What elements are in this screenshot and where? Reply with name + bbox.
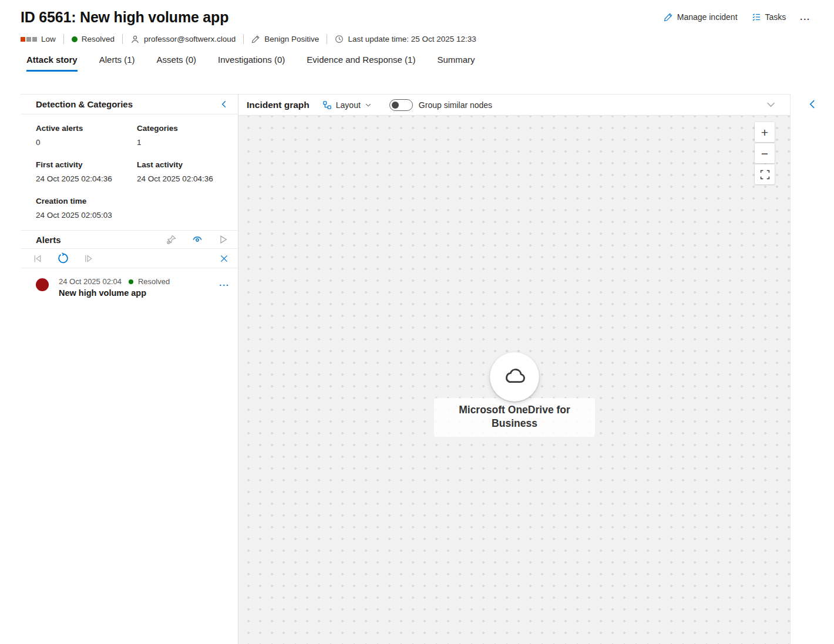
right-collapse-strip — [791, 94, 834, 644]
severity-label: Low — [41, 35, 56, 43]
chevron-down-icon — [365, 102, 372, 109]
alert-list-item[interactable]: 24 Oct 2025 02:04 Resolved New high volu… — [21, 268, 238, 298]
classification-chip[interactable]: Benign Positive — [251, 35, 319, 43]
severity-chip: Low — [21, 35, 56, 43]
alerts-title: Alerts — [36, 235, 166, 245]
graph-node-onedrive[interactable] — [490, 352, 539, 402]
group-similar-nodes-toggle[interactable] — [389, 99, 413, 111]
incident-graph-canvas[interactable]: + − Microsoft OneDrive for Business — [238, 116, 790, 644]
close-icon[interactable] — [220, 254, 228, 263]
divider — [327, 34, 327, 44]
manage-incident-button[interactable]: Manage incident — [664, 12, 738, 22]
status-label: Resolved — [82, 35, 115, 43]
last-update-label: Last update time: 25 Oct 2025 12:33 — [348, 35, 476, 43]
zoom-in-button[interactable]: + — [755, 122, 775, 142]
last-update-chip: Last update time: 25 Oct 2025 12:33 — [335, 35, 476, 43]
status-chip: Resolved — [72, 35, 115, 43]
owner-chip[interactable]: professor@softwerx.cloud — [130, 35, 236, 44]
field-first-activity: First activity 24 Oct 2025 02:04:36 — [36, 160, 137, 183]
graph-node-label: Microsoft OneDrive for Business — [434, 398, 595, 437]
incident-graph-panel: Incident graph Layout Group similar node… — [238, 94, 791, 644]
tab-evidence-response[interactable]: Evidence and Response (1) — [307, 55, 415, 72]
resolved-dot-icon — [129, 279, 133, 284]
cloud-icon — [501, 363, 528, 390]
tab-summary[interactable]: Summary — [437, 55, 475, 72]
layout-label: Layout — [336, 100, 361, 110]
owner-label: professor@softwerx.cloud — [144, 35, 236, 43]
page-title: ID 6561: New high volume app — [21, 9, 228, 26]
pencil-icon — [664, 12, 673, 22]
alert-time: 24 Oct 2025 02:04 — [59, 277, 122, 286]
tab-assets[interactable]: Assets (0) — [157, 55, 197, 72]
divider — [63, 34, 64, 44]
step-forward-icon[interactable] — [83, 253, 94, 264]
graph-header-chevron-down-icon[interactable] — [766, 100, 776, 110]
field-categories: Categories 1 — [137, 124, 232, 147]
zoom-out-button[interactable]: − — [755, 143, 775, 163]
alerts-section-header: Alerts — [21, 231, 238, 249]
field-last-activity: Last activity 24 Oct 2025 02:04:36 — [137, 160, 232, 183]
incident-graph-title: Incident graph — [247, 100, 310, 110]
classification-label: Benign Positive — [264, 35, 319, 43]
refresh-icon[interactable] — [57, 252, 69, 265]
detection-fields: Active alerts 0 Categories 1 First activ… — [21, 114, 238, 231]
resolved-dot-icon — [72, 36, 78, 42]
group-similar-nodes-label: Group similar nodes — [419, 100, 492, 110]
tab-attack-story[interactable]: Attack story — [26, 55, 78, 72]
checklist-icon — [752, 12, 761, 22]
collapse-panel-chevron-left-icon[interactable] — [220, 100, 228, 109]
divider — [122, 34, 123, 44]
tab-alerts[interactable]: Alerts (1) — [99, 55, 135, 72]
pencil-icon — [251, 35, 260, 43]
divider — [243, 34, 244, 44]
incident-tabs: Attack story Alerts (1) Assets (0) Inves… — [0, 44, 834, 72]
severity-indicator-icon — [21, 37, 37, 42]
alert-more-button[interactable]: ... — [219, 278, 230, 288]
unpin-icon[interactable] — [166, 234, 177, 245]
alert-status: Resolved — [138, 277, 170, 286]
detection-panel-title: Detection & Categories — [36, 99, 133, 109]
incident-header: ID 6561: New high volume app Manage inci… — [0, 0, 834, 26]
layout-dropdown[interactable]: Layout — [322, 100, 372, 110]
collapse-graph-chevron-left-icon[interactable] — [808, 99, 818, 109]
detection-panel: Detection & Categories Active alerts 0 C… — [21, 94, 238, 644]
field-active-alerts: Active alerts 0 — [36, 124, 137, 147]
tab-investigations[interactable]: Investigations (0) — [218, 55, 285, 72]
eye-watch-icon[interactable] — [191, 234, 203, 245]
incident-graph-header: Incident graph Layout Group similar node… — [238, 95, 790, 116]
play-icon[interactable] — [218, 234, 228, 245]
person-icon — [130, 35, 140, 44]
header-more-button[interactable]: ... — [800, 13, 811, 21]
alerts-toolbar — [21, 249, 238, 268]
step-back-icon[interactable] — [32, 253, 43, 264]
incident-meta-row: Low Resolved professor@softwerx.cloud Be… — [0, 26, 834, 44]
tasks-button[interactable]: Tasks — [752, 12, 786, 22]
alert-title: New high volume app — [59, 288, 219, 298]
alert-severity-circle-icon — [36, 278, 49, 291]
graph-zoom-controls: + − — [755, 122, 775, 184]
tasks-label: Tasks — [765, 12, 786, 22]
fit-to-screen-icon — [760, 170, 770, 180]
flowchart-icon — [322, 100, 332, 110]
field-creation-time: Creation time 24 Oct 2025 02:05:03 — [36, 197, 137, 220]
clock-icon — [335, 35, 344, 43]
header-actions: Manage incident Tasks ... — [664, 12, 811, 22]
fit-to-screen-button[interactable] — [755, 164, 775, 184]
manage-incident-label: Manage incident — [677, 12, 738, 22]
